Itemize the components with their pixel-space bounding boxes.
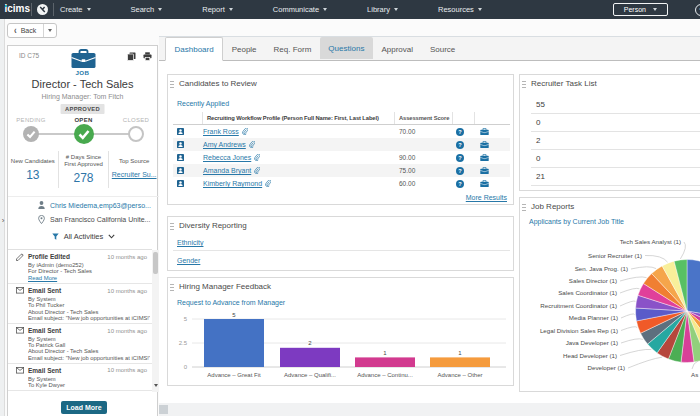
email-icon bbox=[16, 287, 24, 294]
briefcase-icon[interactable] bbox=[480, 128, 489, 136]
menu-communicate[interactable]: Communicate bbox=[273, 5, 327, 14]
menu-create[interactable]: Create bbox=[60, 5, 91, 14]
bar-0[interactable] bbox=[204, 319, 264, 367]
person-icon[interactable] bbox=[177, 154, 184, 161]
menu-search[interactable]: Search bbox=[131, 5, 163, 14]
task-row[interactable]: 2 bbox=[531, 132, 700, 150]
menu-resources[interactable]: Resources bbox=[438, 5, 482, 14]
horizontal-scrollbar[interactable] bbox=[159, 403, 700, 416]
briefcase-icon bbox=[70, 49, 97, 69]
scrollbar-down-arrow[interactable] bbox=[152, 380, 159, 392]
bar-2[interactable] bbox=[355, 357, 415, 367]
icims-logo[interactable]: icims bbox=[5, 3, 31, 14]
pie-slice-big[interactable] bbox=[687, 260, 700, 320]
copy-icon[interactable] bbox=[127, 52, 136, 61]
briefcase-icon-svg bbox=[480, 128, 489, 136]
paperclip-icon[interactable] bbox=[254, 154, 260, 161]
paperclip-icon[interactable] bbox=[265, 180, 271, 187]
help-icon[interactable]: ? bbox=[695, 4, 700, 16]
person-icon[interactable] bbox=[177, 180, 184, 187]
person-icon bbox=[38, 201, 45, 209]
drag-handle-icon[interactable] bbox=[170, 80, 174, 89]
task-row[interactable]: 0 bbox=[531, 114, 700, 132]
question-icon-svg: ? bbox=[456, 167, 464, 175]
back-dropdown-button[interactable] bbox=[43, 24, 56, 37]
product-switcher-icon[interactable] bbox=[37, 4, 48, 15]
menu-report[interactable]: Report bbox=[202, 5, 233, 14]
question-icon-cell: ? bbox=[453, 180, 475, 188]
person-icon-svg bbox=[38, 201, 45, 209]
question-icon[interactable]: ? bbox=[456, 154, 475, 162]
bar-1[interactable] bbox=[280, 348, 340, 367]
check-icon bbox=[74, 124, 94, 144]
task-row[interactable]: 0 bbox=[531, 150, 700, 168]
drag-handle-icon[interactable] bbox=[522, 80, 526, 89]
stat-value[interactable]: Recruiter Su... bbox=[109, 171, 159, 178]
drag-handle-icon[interactable] bbox=[170, 283, 174, 292]
briefcase-icon[interactable] bbox=[480, 167, 489, 175]
person-icon[interactable] bbox=[177, 167, 184, 174]
hiring-manager-contact-link[interactable]: Chris Miedema,emp63@perso... bbox=[50, 202, 151, 209]
profile-icon-cell bbox=[173, 128, 203, 135]
candidate-name-link[interactable]: Rebecca Jones bbox=[203, 154, 251, 161]
candidate-name-link[interactable]: Kimberly Raymond bbox=[203, 180, 262, 187]
tab-dashboard[interactable]: Dashboard bbox=[165, 37, 223, 61]
question-icon-cell: ? bbox=[453, 154, 475, 162]
load-more-button[interactable]: Load More bbox=[61, 401, 107, 414]
person-menu-button[interactable]: Person bbox=[613, 3, 668, 16]
tab-questions[interactable]: Questions bbox=[320, 37, 373, 59]
question-icon[interactable]: ? bbox=[456, 128, 475, 136]
question-icon[interactable]: ? bbox=[456, 180, 475, 188]
bar-category-label: Advance – Great Fit bbox=[207, 372, 261, 378]
stat-label-line: Top Source bbox=[109, 158, 159, 165]
nav-divider bbox=[53, 3, 54, 16]
candidate-name-link[interactable]: Amy Andrews bbox=[203, 141, 246, 148]
bar-3[interactable] bbox=[430, 357, 490, 367]
activity-item: Profile Edited10 months agoBy iAdmin (de… bbox=[8, 250, 152, 284]
icims-logo-dot bbox=[5, 5, 7, 7]
task-row[interactable]: 55 bbox=[531, 96, 700, 114]
read-more-link[interactable]: Read More bbox=[28, 275, 150, 281]
tab-req-form[interactable]: Req. Form bbox=[265, 37, 320, 61]
paperclip-icon[interactable] bbox=[249, 141, 255, 148]
candidate-name-link[interactable]: Amanda Bryant bbox=[203, 167, 251, 174]
drag-handle-icon[interactable] bbox=[170, 222, 174, 231]
tab-people[interactable]: People bbox=[223, 37, 265, 61]
activity-scrollbar[interactable] bbox=[152, 250, 159, 392]
briefcase-icon[interactable] bbox=[480, 180, 489, 188]
activities-filter[interactable]: All Activities bbox=[8, 232, 159, 242]
back-button[interactable]: ‹ Back bbox=[8, 24, 43, 37]
print-icon[interactable] bbox=[143, 52, 152, 61]
expand-panel-arrow-icon[interactable]: › bbox=[0, 214, 6, 228]
tab-source[interactable]: Source bbox=[421, 37, 463, 61]
person-icon[interactable] bbox=[177, 141, 184, 148]
assessment-score-cell: 60.00 bbox=[395, 180, 453, 187]
pie-label: Tech Sales Analyst (1) bbox=[620, 238, 681, 245]
stat-label: Top Source bbox=[109, 154, 159, 165]
scrollbar-thumb[interactable] bbox=[159, 405, 168, 414]
recently-applied-link[interactable]: Recently Applied bbox=[177, 100, 229, 107]
bar-value-label: 1 bbox=[458, 350, 462, 356]
scrollbar-thumb[interactable] bbox=[153, 252, 158, 274]
paperclip-icon[interactable] bbox=[254, 167, 260, 174]
candidate-name-link[interactable]: Frank Ross bbox=[203, 128, 239, 135]
briefcase-icon[interactable] bbox=[480, 154, 489, 162]
svg-text:?: ? bbox=[458, 129, 462, 135]
tab-approval[interactable]: Approval bbox=[373, 37, 422, 61]
ethnicity-link[interactable]: Ethnicity bbox=[177, 239, 203, 246]
request-to-advance-link[interactable]: Request to Advance from Manager bbox=[177, 299, 285, 306]
gender-link[interactable]: Gender bbox=[177, 257, 200, 264]
menu-library[interactable]: Library bbox=[367, 5, 398, 14]
more-results-link[interactable]: More Results bbox=[466, 194, 507, 201]
pie-leader-line bbox=[620, 277, 647, 281]
hiring-manager-label: Hiring Manager: Tom Fitch bbox=[8, 93, 157, 100]
paperclip-icon[interactable] bbox=[242, 128, 248, 135]
task-row[interactable]: 21 bbox=[531, 168, 700, 186]
person-icon[interactable] bbox=[177, 128, 184, 135]
briefcase-icon[interactable] bbox=[480, 141, 489, 149]
profile-icon-cell bbox=[173, 154, 203, 161]
stat-label: # Days SinceFirst Approved bbox=[59, 154, 109, 168]
question-icon[interactable]: ? bbox=[456, 141, 475, 149]
question-icon[interactable]: ? bbox=[456, 167, 475, 175]
activity-detail-line: For Director - Tech Sales bbox=[28, 268, 150, 274]
